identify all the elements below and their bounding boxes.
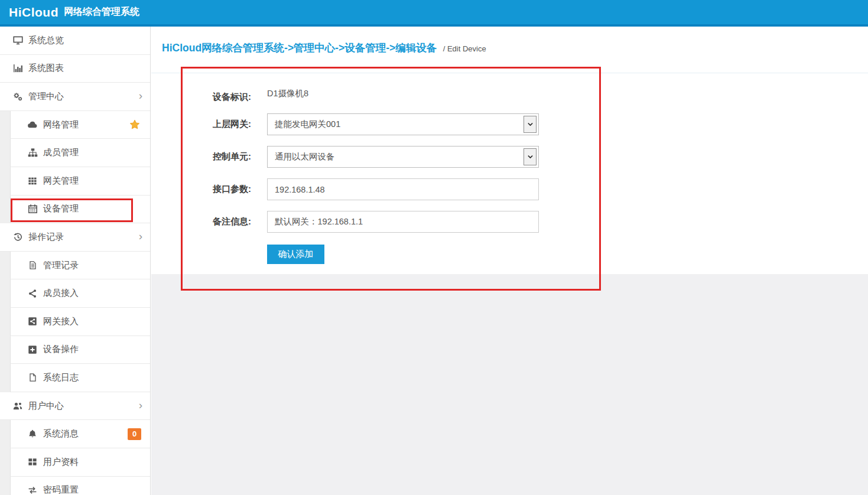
file-text-icon — [27, 260, 38, 270]
th-icon — [27, 176, 38, 185]
sidebar-item-gateway-management[interactable]: 网关管理 — [10, 167, 150, 196]
sidebar-item-label: 用户资料 — [43, 457, 79, 468]
chevron-down-icon[interactable] — [524, 116, 537, 133]
sidebar-item-gateway-access[interactable]: 网关接入 — [10, 308, 150, 336]
breadcrumb-suffix: / Edit Device — [443, 44, 486, 53]
sidebar-item-system-logs[interactable]: 系统日志 — [10, 364, 150, 392]
confirm-add-button[interactable]: 确认添加 — [267, 245, 324, 264]
sidebar-item-user-center[interactable]: 用户中心› — [0, 392, 150, 421]
sidebar-item-network-management[interactable]: 网络管理 — [10, 111, 150, 139]
sidebar-item-label: 系统日志 — [43, 372, 79, 383]
users-icon — [12, 401, 24, 411]
sidebar-item-system-overview[interactable]: 系统总览 — [0, 27, 150, 55]
sidebar-item-label: 网络管理 — [43, 119, 79, 131]
breadcrumb-path[interactable]: HiCloud网络综合管理系统->管理中心->设备管理->编辑设备 — [162, 42, 437, 54]
interface-params-row: 接口参数: — [207, 178, 868, 200]
edit-device-form: 设备标识: D1摄像机8 上层网关: 捷能发电网关001 控制单元: 通用以太网… — [151, 73, 868, 274]
sidebar-item-label: 成员接入 — [43, 288, 79, 299]
chevron-down-icon[interactable] — [524, 148, 537, 165]
upper-gateway-row: 上层网关: 捷能发电网关001 — [207, 113, 868, 135]
plus-square-icon — [27, 345, 38, 354]
sidebar-item-system-charts[interactable]: 系统图表 — [0, 55, 150, 83]
upper-gateway-select[interactable]: 捷能发电网关001 — [267, 113, 539, 135]
sidebar-item-label: 网关管理 — [43, 175, 79, 187]
sidebar: 系统总览系统图表管理中心›网络管理成员管理网关管理设备管理操作记录›管理记录成员… — [0, 27, 151, 495]
app-header: HiCloud 网络综合管理系统 — [0, 0, 868, 27]
sidebar-item-label: 系统总览 — [28, 35, 64, 46]
control-unit-selected-value: 通用以太网设备 — [275, 151, 335, 162]
app-logo: HiCloud — [9, 5, 58, 19]
sidebar-item-label: 密码重置 — [43, 484, 79, 495]
remark-input[interactable] — [267, 211, 539, 233]
sidebar-item-label: 系统图表 — [28, 63, 64, 74]
sidebar-item-member-management[interactable]: 成员管理 — [10, 139, 150, 167]
cogs-icon — [12, 92, 24, 102]
sidebar-item-label: 网关接入 — [43, 316, 79, 327]
submit-row: 确认添加 — [207, 243, 868, 265]
sidebar-item-operation-records[interactable]: 操作记录› — [0, 223, 150, 252]
sidebar-item-label: 设备操作 — [43, 344, 79, 355]
breadcrumb: HiCloud网络综合管理系统->管理中心->设备管理->编辑设备 / Edit… — [151, 27, 868, 73]
sitemap-icon — [27, 148, 38, 158]
sidebar-item-label: 成员管理 — [43, 147, 79, 158]
desktop-icon — [12, 35, 24, 45]
sidebar-item-label: 系统消息 — [43, 428, 79, 439]
sidebar-item-device-operation[interactable]: 设备操作 — [10, 336, 150, 364]
upper-gateway-label: 上层网关: — [207, 119, 251, 130]
device-id-label: 设备标识: — [207, 92, 251, 103]
sidebar-item-label: 用户中心 — [28, 400, 64, 412]
share-alt-icon — [27, 289, 38, 298]
sidebar-item-label: 操作记录 — [28, 232, 64, 243]
chevron-right-icon: › — [139, 231, 142, 242]
sidebar-item-management-center[interactable]: 管理中心› — [0, 83, 150, 111]
remark-row: 备注信息: — [207, 211, 868, 233]
interface-params-label: 接口参数: — [207, 184, 251, 195]
sidebar-item-user-profile[interactable]: 用户资料 — [10, 448, 150, 477]
chevron-right-icon: › — [139, 90, 142, 102]
device-id-value: D1摄像机8 — [267, 88, 308, 99]
sidebar-item-device-management[interactable]: 设备管理 — [10, 196, 150, 224]
device-id-row: 设备标识: D1摄像机8 — [207, 86, 868, 108]
sidebar-item-password-reset[interactable]: 密码重置 — [10, 477, 150, 495]
control-unit-select[interactable]: 通用以太网设备 — [267, 146, 539, 168]
chevron-right-icon: › — [139, 399, 142, 411]
sidebar-item-management-records[interactable]: 管理记录 — [10, 252, 150, 280]
app-title: 网络综合管理系统 — [64, 6, 139, 18]
control-unit-row: 控制单元: 通用以太网设备 — [207, 146, 868, 168]
share-square-icon — [27, 317, 38, 326]
bar-chart-icon — [12, 63, 24, 73]
history-icon — [12, 232, 24, 242]
bell-icon — [27, 429, 38, 439]
sidebar-item-label: 管理中心 — [28, 91, 64, 102]
control-unit-label: 控制单元: — [207, 151, 251, 162]
calendar-icon — [27, 204, 38, 214]
th-large-icon — [27, 457, 38, 467]
remark-label: 备注信息: — [207, 216, 251, 227]
main-content: HiCloud网络综合管理系统->管理中心->设备管理->编辑设备 / Edit… — [151, 27, 868, 495]
cloud-icon — [27, 119, 38, 130]
sidebar-item-system-messages[interactable]: 系统消息0 — [10, 420, 150, 448]
upper-gateway-selected-value: 捷能发电网关001 — [275, 119, 340, 130]
retweet-icon — [27, 486, 38, 495]
star-icon — [129, 119, 140, 130]
file-icon — [27, 373, 38, 382]
interface-params-input[interactable] — [267, 178, 539, 200]
notification-badge: 0 — [128, 428, 141, 440]
sidebar-item-member-access[interactable]: 成员接入 — [10, 279, 150, 308]
sidebar-item-label: 设备管理 — [43, 203, 79, 214]
sidebar-item-label: 管理记录 — [43, 260, 79, 271]
